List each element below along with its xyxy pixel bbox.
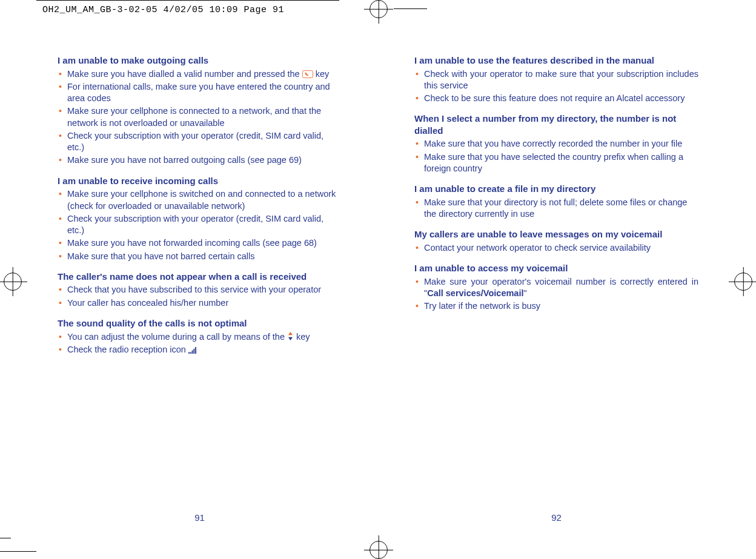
section: The caller's name does not appear when a… bbox=[58, 271, 342, 309]
list-item: Make sure you have dialled a valid numbe… bbox=[58, 68, 342, 80]
section-heading: The sound quality of the calls is not op… bbox=[58, 317, 342, 329]
section: My callers are unable to leave messages … bbox=[414, 228, 698, 254]
section-heading: I am unable to receive incoming calls bbox=[58, 175, 342, 187]
list-item: Check the radio reception icon bbox=[58, 344, 342, 356]
bullet-list: You can adjust the volume during a call … bbox=[58, 331, 342, 356]
crop-line-bottom-left bbox=[0, 538, 11, 538]
list-item: Make sure your operator's voicemail numb… bbox=[414, 276, 698, 300]
list-item: Check that you have subscribed to this s… bbox=[58, 284, 342, 296]
bullet-list: Make sure your cellphone is switched on … bbox=[58, 188, 342, 262]
registration-mark-right bbox=[734, 273, 752, 291]
section-heading: I am unable to create a file in my direc… bbox=[414, 183, 698, 195]
section: I am unable to access my voicemailMake s… bbox=[414, 262, 698, 312]
section-heading: The caller's name does not appear when a… bbox=[58, 271, 342, 283]
folio-right: 92 bbox=[414, 512, 698, 523]
bullet-list: Make sure that you have correctly record… bbox=[414, 138, 698, 174]
list-item: You can adjust the volume during a call … bbox=[58, 331, 342, 343]
list-item: Make sure that you have correctly record… bbox=[414, 138, 698, 150]
bold-text: Call services/Voicemail bbox=[427, 288, 523, 298]
folio-left: 91 bbox=[58, 512, 342, 523]
registration-mark-top bbox=[370, 0, 388, 18]
bullet-list: Contact your network operator to check s… bbox=[414, 242, 698, 254]
section-heading: My callers are unable to leave messages … bbox=[414, 228, 698, 240]
list-item: Make sure your cellphone is switched on … bbox=[58, 188, 342, 212]
section: I am unable to use the features describe… bbox=[414, 55, 698, 104]
section: When I select a number from my directory… bbox=[414, 113, 698, 174]
registration-mark-bottom bbox=[370, 541, 388, 559]
section-heading: When I select a number from my directory… bbox=[414, 113, 698, 136]
list-item: Your caller has concealed his/her number bbox=[58, 297, 342, 309]
section-heading: I am unable to use the features describe… bbox=[414, 55, 698, 67]
list-item: Make sure you have not forwarded incomin… bbox=[58, 237, 342, 249]
list-item: Make sure that you have not barred certa… bbox=[58, 251, 342, 262]
bullet-list: Make sure your operator's voicemail numb… bbox=[414, 276, 698, 313]
signal-icon bbox=[188, 347, 197, 354]
crop-box-top-left bbox=[36, 0, 339, 13]
list-item: Contact your network operator to check s… bbox=[414, 242, 698, 254]
call-key-icon bbox=[302, 70, 313, 78]
page-left: I am unable to make outgoing callsMake s… bbox=[58, 55, 342, 523]
bullet-list: Check with your operator to make sure th… bbox=[414, 68, 698, 105]
list-item: Try later if the network is busy bbox=[414, 300, 698, 312]
registration-mark-left bbox=[4, 273, 22, 291]
section: I am unable to receive incoming callsMak… bbox=[58, 175, 342, 262]
crop-line-top-right bbox=[394, 8, 427, 9]
volume-key-icon bbox=[287, 331, 294, 341]
list-item: Check with your operator to make sure th… bbox=[414, 68, 698, 92]
section: I am unable to create a file in my direc… bbox=[414, 183, 698, 220]
bullet-list: Check that you have subscribed to this s… bbox=[58, 284, 342, 309]
crop-line-bottom-left-2 bbox=[0, 551, 36, 552]
bullet-list: Make sure that your directory is not ful… bbox=[414, 197, 698, 220]
list-item: Make sure that you have selected the cou… bbox=[414, 151, 698, 175]
section: I am unable to make outgoing callsMake s… bbox=[58, 55, 342, 167]
list-item: Check your subscription with your operat… bbox=[58, 130, 342, 154]
list-item: Make sure that your directory is not ful… bbox=[414, 197, 698, 220]
list-item: Check to be sure this feature does not r… bbox=[414, 93, 698, 104]
list-item: Make sure your cellphone is connected to… bbox=[58, 105, 342, 129]
page-spread: I am unable to make outgoing callsMake s… bbox=[58, 55, 698, 523]
bullet-list: Make sure you have dialled a valid numbe… bbox=[58, 68, 342, 167]
page-right: I am unable to use the features describe… bbox=[414, 55, 698, 523]
section-heading: I am unable to make outgoing calls bbox=[58, 55, 342, 67]
list-item: Make sure you have not barred outgoing c… bbox=[58, 154, 342, 166]
section: The sound quality of the calls is not op… bbox=[58, 317, 342, 356]
list-item: Check your subscription with your operat… bbox=[58, 213, 342, 237]
section-heading: I am unable to access my voicemail bbox=[414, 262, 698, 274]
list-item: For international calls, make sure you h… bbox=[58, 81, 342, 105]
